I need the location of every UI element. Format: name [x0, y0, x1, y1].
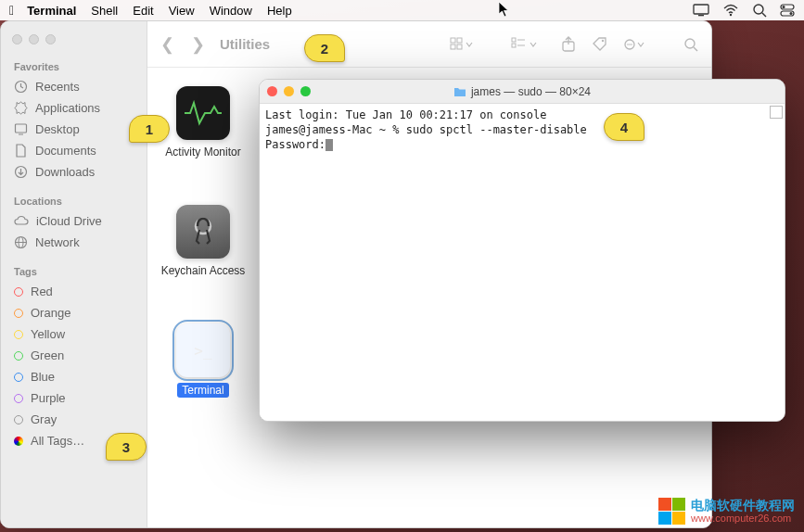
sidebar-label: Red	[31, 285, 53, 298]
sidebar-documents[interactable]: Documents	[1, 140, 147, 161]
sidebar-label: iCloud Drive	[36, 214, 102, 228]
svg-rect-0	[694, 5, 708, 14]
sidebar-network[interactable]: Network	[1, 232, 147, 253]
sidebar-label: Blue	[31, 370, 55, 384]
menu-app[interactable]: Terminal	[27, 4, 76, 18]
sidebar-downloads[interactable]: Downloads	[1, 161, 147, 183]
callout-3: 3	[106, 433, 147, 461]
globe-icon	[14, 235, 28, 249]
action-icon[interactable]	[624, 37, 646, 52]
sidebar-label: Network	[35, 235, 80, 249]
terminal-title: james — sudo — 80×24	[260, 85, 785, 98]
terminal-body[interactable]: Last login: Tue Jan 10 00:21:17 on conso…	[260, 104, 785, 421]
svg-point-25	[602, 39, 604, 41]
tags-header: Tags	[1, 262, 147, 281]
svg-rect-1	[698, 15, 704, 16]
app-activity-monitor[interactable]: Activity Monitor	[157, 86, 249, 158]
sidebar-label: Desktop	[35, 122, 80, 136]
callout-2: 2	[304, 34, 345, 62]
tag-gray[interactable]: Gray	[1, 409, 147, 430]
back-button[interactable]: ❮	[160, 34, 174, 55]
app-label: Terminal	[177, 383, 228, 398]
svg-rect-16	[451, 38, 455, 43]
clock-icon	[14, 80, 28, 94]
svg-point-27	[627, 44, 629, 45]
share-icon[interactable]	[561, 36, 576, 53]
tag-orange[interactable]: Orange	[1, 302, 147, 323]
svg-rect-17	[457, 38, 462, 43]
forward-button[interactable]: ❯	[191, 34, 205, 55]
svg-line-31	[694, 47, 697, 51]
sidebar-recents[interactable]: Recents	[1, 76, 147, 97]
scrollbar[interactable]	[770, 106, 783, 119]
tag-dot-icon	[14, 373, 23, 382]
watermark: 电脑软硬件教程网 www.computer26.com	[658, 498, 795, 525]
terminal-window: james — sudo — 80×24 Last login: Tue Jan…	[259, 79, 785, 422]
tag-dot-icon	[14, 351, 23, 361]
tag-icon[interactable]	[593, 37, 607, 52]
svg-point-8	[790, 12, 793, 15]
menu-shell[interactable]: Shell	[91, 4, 118, 18]
sidebar-label: Recents	[35, 80, 80, 94]
window-controls	[1, 31, 147, 57]
tag-blue[interactable]: Blue	[1, 366, 147, 387]
doc-icon	[14, 144, 28, 158]
sidebar-label: Orange	[31, 306, 70, 320]
control-center-icon[interactable]	[780, 4, 795, 17]
svg-point-3	[754, 5, 763, 14]
tag-red[interactable]: Red	[1, 281, 147, 302]
finder-toolbar: ❮ ❯ Utilities	[147, 21, 711, 68]
svg-rect-18	[451, 44, 455, 49]
sidebar-desktop[interactable]: Desktop	[1, 119, 147, 140]
svg-point-30	[685, 39, 695, 48]
search-icon[interactable]	[683, 37, 698, 52]
callout-4: 4	[604, 113, 644, 141]
folder-icon	[453, 86, 466, 97]
svg-point-28	[629, 44, 631, 45]
terminal-icon: >_	[176, 323, 230, 377]
menu-window[interactable]: Window	[210, 4, 252, 18]
svg-rect-19	[457, 44, 462, 49]
zoom-button[interactable]	[45, 34, 56, 44]
sidebar-label: Yellow	[31, 327, 65, 341]
svg-line-4	[762, 13, 766, 17]
screen-mirroring-icon[interactable]	[693, 4, 709, 17]
app-terminal[interactable]: >_ Terminal	[157, 323, 249, 398]
locations-header: Locations	[1, 192, 147, 210]
svg-point-2	[730, 14, 732, 16]
tag-dot-icon	[14, 287, 23, 297]
svg-point-29	[631, 44, 632, 45]
group-icon[interactable]	[511, 37, 539, 52]
tag-dot-icon	[14, 394, 23, 403]
app-keychain[interactable]: Keychain Access	[157, 205, 249, 277]
close-button[interactable]	[12, 34, 22, 44]
terminal-titlebar: james — sudo — 80×24	[260, 80, 785, 104]
apps-icon	[14, 101, 28, 115]
sidebar-label: Gray	[31, 412, 57, 426]
menu-view[interactable]: View	[169, 4, 195, 18]
apple-menu-icon[interactable]: 	[9, 3, 14, 18]
terminal-line: james@jamess-Mac ~ % sudo spctl --master…	[265, 122, 779, 137]
tag-yellow[interactable]: Yellow	[1, 323, 147, 345]
finder-title: Utilities	[220, 36, 270, 52]
desktop-icon	[14, 122, 28, 136]
terminal-line: Last login: Tue Jan 10 00:21:17 on conso…	[265, 108, 779, 122]
tag-dot-icon	[14, 330, 23, 339]
sidebar-label: Applications	[35, 101, 100, 115]
svg-rect-22	[512, 44, 516, 47]
keychain-icon	[176, 205, 230, 259]
view-grid-icon[interactable]	[450, 37, 474, 52]
sidebar-applications[interactable]: Applications	[1, 97, 147, 119]
tag-dot-icon	[14, 309, 23, 318]
tag-purple[interactable]: Purple	[1, 387, 147, 409]
wifi-icon[interactable]	[722, 4, 739, 17]
spotlight-icon[interactable]	[752, 3, 767, 18]
sidebar-icloud[interactable]: iCloud Drive	[1, 210, 147, 232]
favorites-header: Favorites	[1, 57, 147, 76]
watermark-url: www.computer26.com	[691, 513, 795, 524]
minimize-button[interactable]	[29, 34, 39, 44]
tag-green[interactable]: Green	[1, 345, 147, 366]
callout-1: 1	[129, 115, 170, 143]
menu-help[interactable]: Help	[267, 4, 292, 18]
menu-edit[interactable]: Edit	[133, 4, 153, 18]
